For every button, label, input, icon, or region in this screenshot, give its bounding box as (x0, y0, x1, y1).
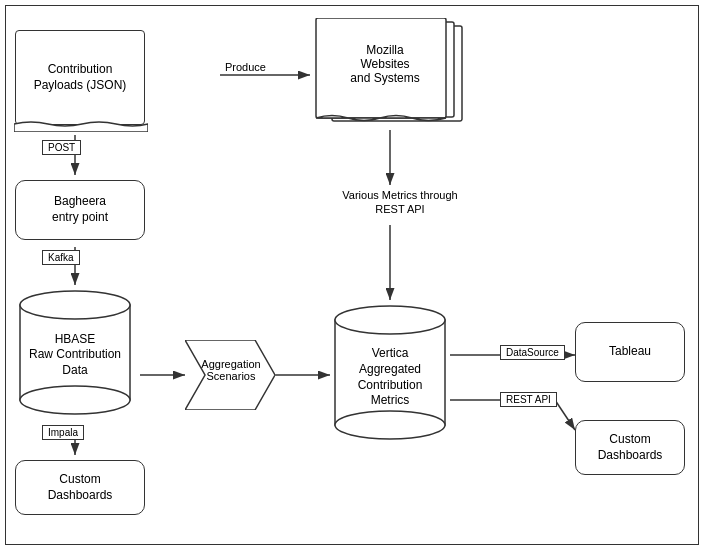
bagheera-box: Bagheera entry point (15, 180, 145, 240)
datasource-label: DataSource (500, 345, 565, 360)
custom-dashboards-right-box: Custom Dashboards (575, 420, 685, 475)
aggregation-label: Aggregation Scenarios (197, 358, 265, 382)
aggregation-scenarios-shape: Aggregation Scenarios (185, 340, 275, 413)
svg-point-21 (335, 306, 445, 334)
hbase-cylinder: HBASE Raw Contribution Data (15, 285, 135, 415)
custom-dashboards-bottom-label: Custom Dashboards (48, 472, 113, 503)
various-metrics-label: Various Metrics through REST API (340, 188, 460, 217)
svg-line-7 (555, 400, 575, 430)
impala-label: Impala (42, 425, 84, 440)
produce-label: Produce (225, 60, 266, 74)
architecture-diagram: Contribution Payloads (JSON) POST Baghee… (0, 0, 705, 552)
svg-point-22 (335, 411, 445, 439)
hbase-label: HBASE Raw Contribution Data (29, 332, 121, 379)
vertica-cylinder: Vertica Aggregated Contribution Metrics (330, 300, 450, 440)
post-label: POST (42, 140, 81, 155)
kafka-label: Kafka (42, 250, 80, 265)
svg-point-14 (20, 291, 130, 319)
mozilla-websites-label: Mozilla Websites and Systems (340, 43, 430, 85)
custom-dashboards-bottom-box: Custom Dashboards (15, 460, 145, 515)
vertica-label: Vertica Aggregated Contribution Metrics (358, 346, 423, 408)
mozilla-websites-shape: Mozilla Websites and Systems (310, 18, 470, 141)
custom-dashboards-right-label: Custom Dashboards (598, 432, 663, 463)
contribution-payloads-box: Contribution Payloads (JSON) (15, 30, 145, 125)
contribution-payloads-label: Contribution Payloads (JSON) (34, 62, 127, 93)
tableau-box: Tableau (575, 322, 685, 382)
bagheera-label: Bagheera entry point (52, 194, 108, 225)
rest-api-label: REST API (500, 392, 557, 407)
tableau-label: Tableau (609, 344, 651, 360)
svg-point-15 (20, 386, 130, 414)
